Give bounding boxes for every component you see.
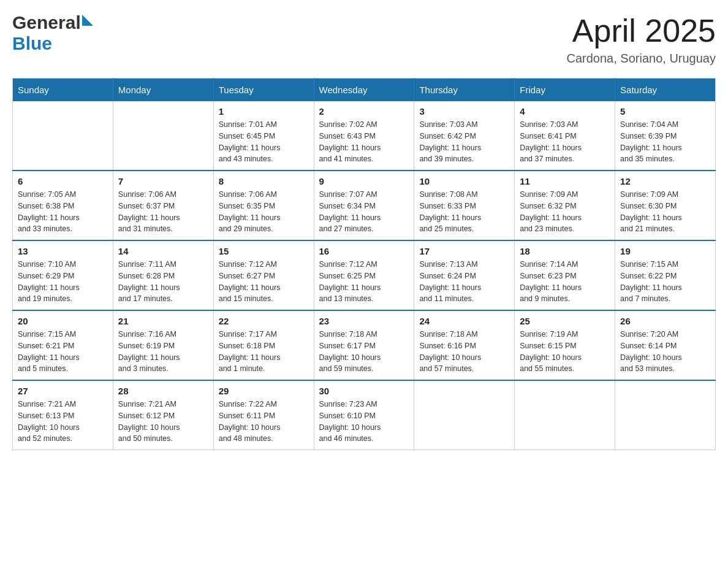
logo-blue-text: Blue — [12, 33, 52, 53]
day-number: 2 — [319, 106, 409, 117]
day-number: 7 — [118, 176, 208, 186]
day-number: 8 — [219, 176, 309, 186]
day-number: 28 — [118, 386, 208, 396]
day-number: 17 — [419, 246, 509, 256]
table-row — [414, 380, 515, 450]
day-info: Sunrise: 7:16 AM Sunset: 6:19 PM Dayligh… — [118, 329, 208, 375]
table-row: 7Sunrise: 7:06 AM Sunset: 6:37 PM Daylig… — [113, 170, 213, 240]
day-number: 16 — [319, 246, 409, 256]
table-row: 27Sunrise: 7:21 AM Sunset: 6:13 PM Dayli… — [13, 380, 113, 450]
title-block: April 2025 Cardona, Soriano, Uruguay — [567, 12, 716, 66]
day-info: Sunrise: 7:20 AM Sunset: 6:14 PM Dayligh… — [620, 329, 710, 375]
day-number: 1 — [219, 106, 309, 117]
table-row: 29Sunrise: 7:22 AM Sunset: 6:11 PM Dayli… — [213, 380, 314, 450]
day-info: Sunrise: 7:21 AM Sunset: 6:13 PM Dayligh… — [18, 399, 108, 445]
day-info: Sunrise: 7:03 AM Sunset: 6:41 PM Dayligh… — [520, 119, 610, 165]
day-number: 25 — [520, 316, 610, 326]
day-number: 30 — [319, 386, 409, 396]
day-info: Sunrise: 7:09 AM Sunset: 6:30 PM Dayligh… — [620, 189, 710, 235]
calendar-week-1: 1Sunrise: 7:01 AM Sunset: 6:45 PM Daylig… — [13, 101, 716, 170]
calendar-header-row: Sunday Monday Tuesday Wednesday Thursday… — [13, 79, 716, 102]
table-row: 24Sunrise: 7:18 AM Sunset: 6:16 PM Dayli… — [414, 310, 515, 380]
day-number: 6 — [18, 176, 108, 186]
page-header: General Blue April 2025 Cardona, Soriano… — [12, 12, 716, 66]
col-sunday: Sunday — [13, 79, 113, 102]
day-number: 11 — [520, 176, 610, 186]
table-row: 12Sunrise: 7:09 AM Sunset: 6:30 PM Dayli… — [615, 170, 716, 240]
day-number: 12 — [620, 176, 710, 186]
table-row: 6Sunrise: 7:05 AM Sunset: 6:38 PM Daylig… — [13, 170, 113, 240]
table-row: 28Sunrise: 7:21 AM Sunset: 6:12 PM Dayli… — [113, 380, 213, 450]
table-row: 13Sunrise: 7:10 AM Sunset: 6:29 PM Dayli… — [13, 240, 113, 310]
table-row: 8Sunrise: 7:06 AM Sunset: 6:35 PM Daylig… — [213, 170, 314, 240]
table-row: 3Sunrise: 7:03 AM Sunset: 6:42 PM Daylig… — [414, 101, 515, 170]
day-number: 15 — [219, 246, 309, 256]
calendar-week-4: 20Sunrise: 7:15 AM Sunset: 6:21 PM Dayli… — [13, 310, 716, 380]
day-info: Sunrise: 7:18 AM Sunset: 6:16 PM Dayligh… — [419, 329, 509, 375]
day-number: 9 — [319, 176, 409, 186]
day-number: 18 — [520, 246, 610, 256]
day-info: Sunrise: 7:11 AM Sunset: 6:28 PM Dayligh… — [118, 259, 208, 305]
table-row: 10Sunrise: 7:08 AM Sunset: 6:33 PM Dayli… — [414, 170, 515, 240]
day-number: 23 — [319, 316, 409, 326]
table-row: 23Sunrise: 7:18 AM Sunset: 6:17 PM Dayli… — [314, 310, 414, 380]
table-row: 5Sunrise: 7:04 AM Sunset: 6:39 PM Daylig… — [615, 101, 716, 170]
table-row: 16Sunrise: 7:12 AM Sunset: 6:25 PM Dayli… — [314, 240, 414, 310]
day-info: Sunrise: 7:13 AM Sunset: 6:24 PM Dayligh… — [419, 259, 509, 305]
table-row — [113, 101, 213, 170]
col-thursday: Thursday — [414, 79, 515, 102]
day-info: Sunrise: 7:03 AM Sunset: 6:42 PM Dayligh… — [419, 119, 509, 165]
day-number: 26 — [620, 316, 710, 326]
calendar-week-2: 6Sunrise: 7:05 AM Sunset: 6:38 PM Daylig… — [13, 170, 716, 240]
table-row — [515, 380, 615, 450]
logo-arrow-icon — [82, 15, 93, 26]
table-row: 9Sunrise: 7:07 AM Sunset: 6:34 PM Daylig… — [314, 170, 414, 240]
table-row: 30Sunrise: 7:23 AM Sunset: 6:10 PM Dayli… — [314, 380, 414, 450]
table-row: 2Sunrise: 7:02 AM Sunset: 6:43 PM Daylig… — [314, 101, 414, 170]
day-number: 5 — [620, 106, 710, 117]
day-number: 21 — [118, 316, 208, 326]
day-info: Sunrise: 7:04 AM Sunset: 6:39 PM Dayligh… — [620, 119, 710, 165]
day-number: 20 — [18, 316, 108, 326]
day-info: Sunrise: 7:09 AM Sunset: 6:32 PM Dayligh… — [520, 189, 610, 235]
logo: General Blue — [12, 12, 93, 54]
table-row: 1Sunrise: 7:01 AM Sunset: 6:45 PM Daylig… — [213, 101, 314, 170]
col-tuesday: Tuesday — [213, 79, 314, 102]
table-row: 22Sunrise: 7:17 AM Sunset: 6:18 PM Dayli… — [213, 310, 314, 380]
table-row: 4Sunrise: 7:03 AM Sunset: 6:41 PM Daylig… — [515, 101, 615, 170]
col-monday: Monday — [113, 79, 213, 102]
day-info: Sunrise: 7:10 AM Sunset: 6:29 PM Dayligh… — [18, 259, 108, 305]
day-info: Sunrise: 7:06 AM Sunset: 6:37 PM Dayligh… — [118, 189, 208, 235]
day-info: Sunrise: 7:02 AM Sunset: 6:43 PM Dayligh… — [319, 119, 409, 165]
day-info: Sunrise: 7:15 AM Sunset: 6:22 PM Dayligh… — [620, 259, 710, 305]
day-info: Sunrise: 7:07 AM Sunset: 6:34 PM Dayligh… — [319, 189, 409, 235]
day-number: 14 — [118, 246, 208, 256]
day-number: 19 — [620, 246, 710, 256]
calendar-table: Sunday Monday Tuesday Wednesday Thursday… — [12, 78, 716, 450]
day-number: 24 — [419, 316, 509, 326]
day-info: Sunrise: 7:14 AM Sunset: 6:23 PM Dayligh… — [520, 259, 610, 305]
day-info: Sunrise: 7:17 AM Sunset: 6:18 PM Dayligh… — [219, 329, 309, 375]
table-row: 26Sunrise: 7:20 AM Sunset: 6:14 PM Dayli… — [615, 310, 716, 380]
logo-general-text: General — [12, 12, 81, 33]
calendar-week-5: 27Sunrise: 7:21 AM Sunset: 6:13 PM Dayli… — [13, 380, 716, 450]
day-number: 29 — [219, 386, 309, 396]
table-row: 18Sunrise: 7:14 AM Sunset: 6:23 PM Dayli… — [515, 240, 615, 310]
day-info: Sunrise: 7:12 AM Sunset: 6:25 PM Dayligh… — [319, 259, 409, 305]
day-info: Sunrise: 7:19 AM Sunset: 6:15 PM Dayligh… — [520, 329, 610, 375]
col-saturday: Saturday — [615, 79, 716, 102]
col-friday: Friday — [515, 79, 615, 102]
col-wednesday: Wednesday — [314, 79, 414, 102]
table-row — [615, 380, 716, 450]
day-info: Sunrise: 7:12 AM Sunset: 6:27 PM Dayligh… — [219, 259, 309, 305]
day-info: Sunrise: 7:23 AM Sunset: 6:10 PM Dayligh… — [319, 399, 409, 445]
table-row: 19Sunrise: 7:15 AM Sunset: 6:22 PM Dayli… — [615, 240, 716, 310]
day-info: Sunrise: 7:15 AM Sunset: 6:21 PM Dayligh… — [18, 329, 108, 375]
table-row: 14Sunrise: 7:11 AM Sunset: 6:28 PM Dayli… — [113, 240, 213, 310]
table-row: 15Sunrise: 7:12 AM Sunset: 6:27 PM Dayli… — [213, 240, 314, 310]
table-row: 17Sunrise: 7:13 AM Sunset: 6:24 PM Dayli… — [414, 240, 515, 310]
day-number: 13 — [18, 246, 108, 256]
day-info: Sunrise: 7:18 AM Sunset: 6:17 PM Dayligh… — [319, 329, 409, 375]
day-number: 3 — [419, 106, 509, 117]
calendar-location: Cardona, Soriano, Uruguay — [567, 52, 716, 66]
